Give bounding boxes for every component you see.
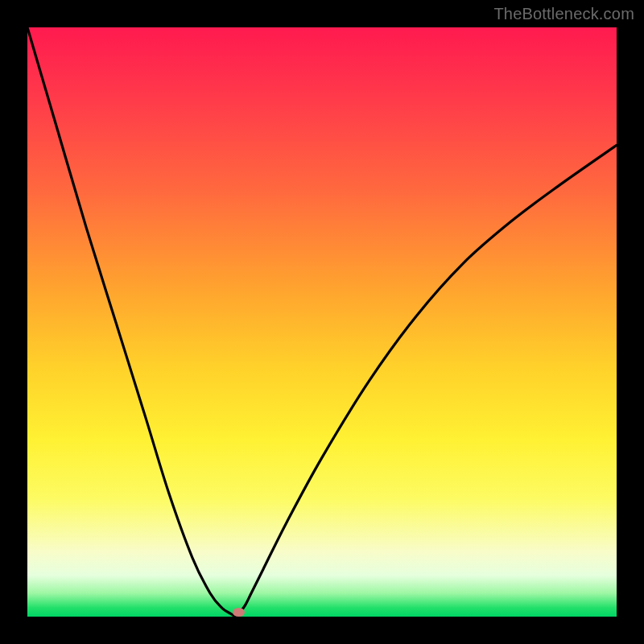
optimum-marker xyxy=(233,608,245,617)
bottleneck-curve xyxy=(27,27,617,617)
gradient-plot-area xyxy=(27,27,617,617)
chart-frame: TheBottleneck.com xyxy=(0,0,644,644)
watermark-text: TheBottleneck.com xyxy=(493,5,634,23)
